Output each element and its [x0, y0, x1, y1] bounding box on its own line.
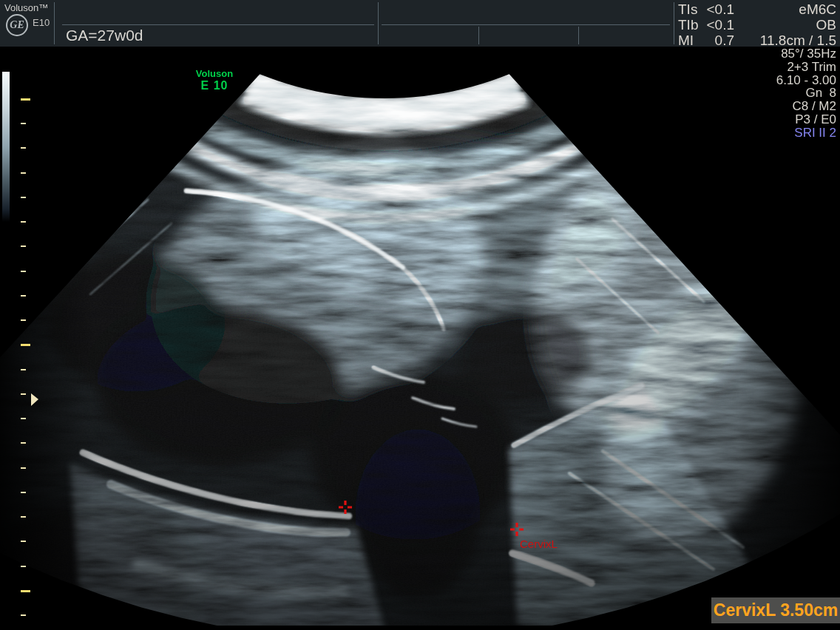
- depth-tick-minor: [21, 245, 26, 247]
- param-sector-framerate: 85°/ 35Hz: [776, 47, 836, 61]
- param-trim: 2+3 Trim: [776, 61, 836, 74]
- depth-zoom: 11.8cm / 1.5: [688, 33, 836, 49]
- bmode-image: CervixL: [0, 0, 840, 630]
- depth-tick-minor: [21, 442, 26, 444]
- depth-tick-minor: [21, 566, 26, 567]
- param-map: C8 / M2: [776, 100, 836, 113]
- watermark-line2: E 10: [191, 79, 238, 92]
- focus-marker-icon[interactable]: [31, 393, 38, 406]
- depth-tick-minor: [21, 197, 26, 198]
- param-sri: SRI II 2: [776, 126, 836, 140]
- depth-tick-minor: [21, 516, 26, 518]
- grayscale-bar: [2, 72, 10, 222]
- depth-tick-minor: [21, 418, 26, 419]
- watermark-line1: Voluson: [191, 68, 238, 79]
- divider: [382, 24, 670, 25]
- ultrasound-screen: CervixL Voluson™ GE E10 GA=27w0d TIs <0.…: [0, 0, 840, 630]
- param-gain: Gn 8: [776, 87, 836, 100]
- divider: [674, 2, 674, 44]
- depth-tick-minor: [21, 221, 26, 223]
- depth-tick-major: [21, 98, 30, 101]
- depth-tick-minor: [21, 271, 26, 272]
- edge-shading: [0, 0, 840, 630]
- depth-tick-major: [21, 344, 30, 346]
- depth-tick-minor: [21, 295, 26, 297]
- param-persistence: P3 / E0: [776, 113, 836, 126]
- depth-tick-minor: [21, 172, 26, 174]
- sector-fan: [0, 0, 840, 630]
- depth-tick-minor: [21, 492, 26, 493]
- depth-tick-minor: [21, 123, 26, 124]
- caliper-label: CervixL: [520, 538, 558, 550]
- voluson-watermark: Voluson E 10: [191, 68, 238, 92]
- divider: [478, 27, 479, 44]
- system-model: E10: [33, 17, 50, 28]
- divider: [62, 24, 374, 25]
- depth-tick-minor: [21, 147, 26, 149]
- brand-name: Voluson™: [4, 2, 48, 13]
- gestational-age: GA=27w0d: [66, 27, 143, 44]
- divider: [54, 2, 55, 44]
- depth-tick-minor: [21, 541, 26, 542]
- bottom-mask: [0, 626, 840, 630]
- probe-name: eM6C: [688, 1, 836, 18]
- param-frequency: 6.10 - 3.00: [776, 74, 836, 87]
- divider: [578, 27, 579, 44]
- measurement-result: CervixL 3.50cm: [711, 597, 840, 623]
- depth-tick-minor: [21, 614, 26, 616]
- status-bar: Voluson™ GE E10 GA=27w0d TIs <0.1 TIb <0…: [0, 0, 840, 47]
- divider: [378, 2, 379, 44]
- image-parameters: 85°/ 35Hz 2+3 Trim 6.10 - 3.00 Gn 8 C8 /…: [776, 47, 836, 140]
- preset-name: OB: [688, 17, 836, 33]
- depth-tick-minor: [21, 369, 26, 370]
- depth-tick-major: [21, 590, 30, 592]
- depth-tick-minor: [21, 319, 26, 321]
- depth-tick-minor: [21, 393, 26, 395]
- ge-logo-icon: GE: [6, 14, 28, 36]
- depth-tick-minor: [21, 467, 26, 469]
